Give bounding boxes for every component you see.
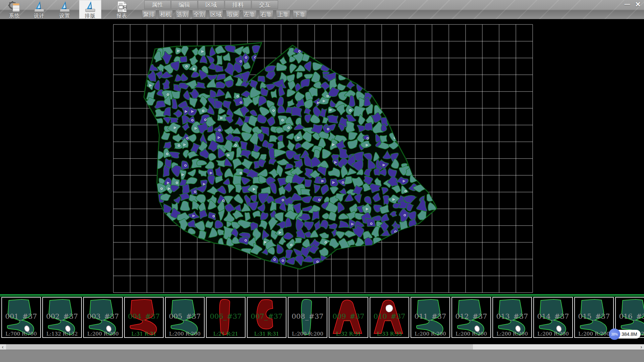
piece-lr-count: L:200 R:200 (575, 331, 613, 337)
app-button-settings[interactable]: 设置 (54, 0, 76, 19)
tool-button-region[interactable]: 区域 (209, 10, 223, 19)
piece-lr-count: L:200 R:200 (84, 331, 122, 337)
piece-lr-count: L:200 R:200 (534, 331, 572, 337)
app-button-label: 系统 (3, 13, 25, 19)
tool-bar: 聚排相机选割全割区域瑕疵左靠右靠上靠下靠 (142, 10, 310, 19)
tool-button-cluster-nest[interactable]: 聚排 (142, 10, 156, 19)
scrollbar-thumb[interactable] (6, 344, 473, 350)
piece-thumbnail[interactable]: 002_#37L:132 R:132 (42, 297, 82, 338)
piece-id-label: 009_#37 (329, 312, 368, 320)
nesting-canvas[interactable] (0, 19, 644, 294)
menu-item-properties[interactable]: 属性 (144, 0, 171, 9)
menu-item-region[interactable]: 区域 (198, 0, 224, 9)
ruler-icon (54, 1, 76, 13)
piece-thumbnail[interactable]: 010_#37L:33 R:33 (370, 297, 409, 338)
piece-id-label: 008_#37 (288, 312, 327, 320)
app-button-label: 设置 (54, 13, 76, 19)
minimize-button[interactable]: — (623, 1, 632, 8)
piece-lr-count: L:32 R:31 (329, 331, 368, 337)
menu-item-nesting[interactable]: 排料 (225, 0, 251, 9)
piece-lr-count: L:200 R:200 (411, 331, 449, 337)
piece-thumbnail-cells: 001_#37L:700 R:700002_#37L:132 R:132003_… (0, 297, 644, 338)
piece-id-label: 013_#37 (493, 312, 531, 320)
piece-thumbnail[interactable]: 001_#37L:700 R:700 (1, 297, 41, 338)
piece-id-label: 003_#37 (84, 312, 122, 320)
piece-thumbnail[interactable]: 003_#37L:200 R:200 (83, 297, 123, 338)
tool-button-camera[interactable]: 相机 (159, 10, 173, 19)
tool-button-align-left[interactable]: 左靠 (243, 10, 257, 19)
piece-lr-count: L:200 R:200 (452, 331, 490, 337)
piece-id-label: 012_#37 (452, 312, 490, 320)
tool-button-align-right[interactable]: 右靠 (259, 10, 273, 19)
piece-lr-count: L:31 R:31 (248, 331, 286, 337)
piece-thumbnail[interactable]: 007_#37L:31 R:31 (247, 297, 286, 338)
piece-thumbnail[interactable]: 014_#37L:200 R:200 (533, 297, 573, 338)
piece-lr-count: L:31 R:31 (125, 331, 163, 337)
piece-id-label: 004_#37 (125, 312, 163, 320)
piece-id-label: 005_#37 (166, 312, 204, 320)
piece-thumbnail[interactable]: 011_#37L:200 R:200 (411, 297, 450, 338)
piece-id-label: 006_#37 (207, 312, 245, 320)
menu-item-edit[interactable]: 编辑 (171, 0, 198, 9)
piece-id-label: 015_#37 (575, 312, 613, 320)
ruler-icon (79, 1, 101, 13)
scroll-left-arrow[interactable]: ‹ (0, 344, 5, 350)
window-controls: — ✕ (623, 1, 643, 8)
tool-button-cut-all[interactable]: 全割 (192, 10, 206, 19)
piece-lr-count: L:21 R:21 (207, 331, 245, 337)
piece-lr-count: L:200 R:200 (493, 331, 531, 337)
piece-lr-count: L:700 R:700 (2, 331, 40, 337)
status-bar (0, 350, 644, 362)
tool-button-defect[interactable]: 瑕疵 (226, 10, 240, 19)
piece-id-label: 010_#37 (370, 312, 409, 320)
horizontal-scrollbar[interactable]: ‹ › (0, 344, 644, 350)
piece-lr-count: L:33 R:33 (370, 331, 409, 337)
ruler-icon (28, 1, 50, 13)
tool-button-align-bottom[interactable]: 下靠 (293, 10, 307, 19)
app-button-system[interactable]: 系统 (3, 0, 25, 19)
app-button-label: 报表 (111, 13, 133, 19)
strip-accent-line (0, 296, 644, 296)
system-icon (3, 1, 25, 13)
piece-id-label: 007_#37 (248, 312, 286, 320)
tool-button-select-cut[interactable]: 选割 (175, 10, 190, 19)
piece-thumbnail[interactable]: 015_#37L:200 R:200 (574, 297, 614, 338)
percent-indicator: 38% (609, 328, 620, 340)
app-window: 系统设计设置排版报表 属性编辑区域排料交互 聚排相机选割全割区域瑕疵左靠右靠上靠… (0, 0, 644, 362)
piece-thumbnail[interactable]: 004_#37L:31 R:31 (124, 297, 164, 338)
piece-thumbnail[interactable]: 006_#37L:21 R:21 (206, 297, 246, 338)
piece-id-label: 014_#37 (534, 312, 572, 320)
app-button-label: 设计 (28, 13, 50, 19)
piece-thumbnail[interactable]: 012_#37L:200 R:200 (451, 297, 491, 338)
report-icon (111, 1, 133, 13)
piece-lr-count: L:200 R:200 (288, 331, 327, 337)
piece-id-label: 016_#37 (616, 312, 644, 320)
piece-id-label: 002_#37 (43, 312, 81, 320)
app-button-label: 排版 (79, 13, 101, 19)
piece-id-label: 011_#37 (411, 312, 449, 320)
memory-badge: 38% 384.8M (611, 330, 641, 339)
strip-accent-line (0, 294, 644, 295)
nesting-layout-drawing (0, 19, 644, 294)
piece-id-label: 001_#37 (2, 312, 40, 320)
piece-lr-count: L:200 R:200 (166, 331, 204, 337)
menu-bar: 属性编辑区域排料交互 (144, 0, 278, 9)
scroll-right-arrow[interactable]: › (639, 344, 644, 350)
toolbar: 系统设计设置排版报表 属性编辑区域排料交互 聚排相机选割全割区域瑕疵左靠右靠上靠… (0, 0, 644, 19)
close-button[interactable]: ✕ (633, 1, 643, 8)
app-button-layout[interactable]: 排版 (79, 0, 101, 19)
memory-value: 384.8M (622, 331, 637, 337)
piece-thumbnail[interactable]: 009_#37L:32 R:31 (329, 297, 368, 338)
app-button-design[interactable]: 设计 (28, 0, 50, 19)
app-button-report[interactable]: 报表 (111, 0, 133, 19)
piece-thumbnail[interactable]: 013_#37L:200 R:200 (492, 297, 532, 338)
piece-lr-count: L:132 R:132 (43, 331, 81, 337)
piece-thumbnail-strip: 001_#37L:700 R:700002_#37L:132 R:132003_… (0, 294, 644, 339)
menu-item-interact[interactable]: 交互 (252, 0, 278, 9)
piece-thumbnail[interactable]: 008_#37L:200 R:200 (288, 297, 327, 338)
tool-button-align-top[interactable]: 上靠 (276, 10, 290, 19)
piece-thumbnail[interactable]: 005_#37L:200 R:200 (165, 297, 205, 338)
